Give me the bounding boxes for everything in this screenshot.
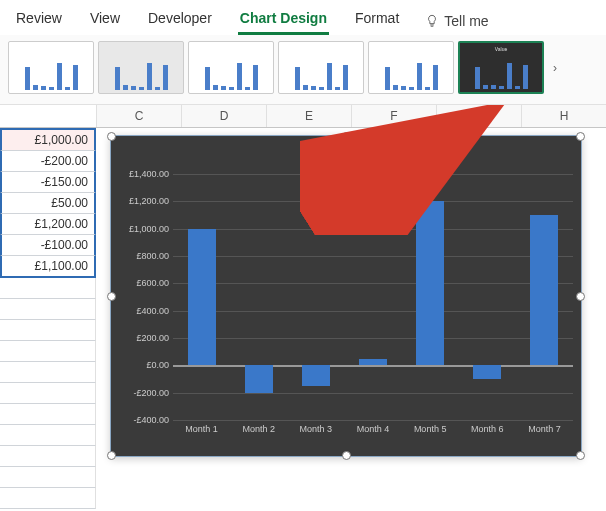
chart-bar[interactable] xyxy=(530,215,558,365)
y-axis-tick-label: £1,000.00 xyxy=(129,224,169,234)
chart-style-4[interactable] xyxy=(278,41,364,94)
cell[interactable]: -£150.00 xyxy=(0,172,96,193)
y-axis-tick-label: £200.00 xyxy=(136,333,169,343)
x-axis-tick-label: Month 4 xyxy=(357,424,390,434)
chart-plot-area: -£400.00-£200.00£0.00£200.00£400.00£600.… xyxy=(173,174,573,420)
resize-handle[interactable] xyxy=(107,451,116,460)
lightbulb-icon xyxy=(425,14,439,28)
chart-style-1[interactable] xyxy=(8,41,94,94)
cell[interactable] xyxy=(0,362,96,383)
tab-chart-design[interactable]: Chart Design xyxy=(238,6,329,35)
chart-style-3[interactable] xyxy=(188,41,274,94)
chart-style-5[interactable] xyxy=(368,41,454,94)
cell[interactable] xyxy=(0,446,96,467)
resize-handle[interactable] xyxy=(107,132,116,141)
resize-handle[interactable] xyxy=(576,132,585,141)
y-axis-tick-label: £1,400.00 xyxy=(129,169,169,179)
y-axis-tick-label: £1,200.00 xyxy=(129,196,169,206)
tab-developer[interactable]: Developer xyxy=(146,6,214,35)
resize-handle[interactable] xyxy=(576,451,585,460)
chart-style-gallery: Value › xyxy=(0,35,606,105)
cell[interactable]: £1,200.00 xyxy=(0,214,96,235)
cell[interactable] xyxy=(0,341,96,362)
chart-bar[interactable] xyxy=(188,229,216,366)
ribbon-tabs: Review View Developer Chart Design Forma… xyxy=(0,0,606,35)
resize-handle[interactable] xyxy=(342,451,351,460)
resize-handle[interactable] xyxy=(576,292,585,301)
tell-me-label: Tell me xyxy=(444,13,488,29)
y-axis-tick-label: £800.00 xyxy=(136,251,169,261)
cell[interactable] xyxy=(0,425,96,446)
resize-handle[interactable] xyxy=(342,132,351,141)
cell[interactable]: -£100.00 xyxy=(0,235,96,256)
chart-style-6[interactable]: Value xyxy=(458,41,544,94)
chart-title[interactable]: Value xyxy=(111,136,581,170)
cell[interactable] xyxy=(0,404,96,425)
cell[interactable]: £1,100.00 xyxy=(0,256,96,278)
chart-bar[interactable] xyxy=(416,201,444,365)
x-axis-tick-label: Month 7 xyxy=(528,424,561,434)
cell[interactable] xyxy=(0,383,96,404)
cell[interactable] xyxy=(0,320,96,341)
gallery-next-icon[interactable]: › xyxy=(548,61,562,75)
x-axis-tick-label: Month 6 xyxy=(471,424,504,434)
y-axis-tick-label: -£400.00 xyxy=(133,415,169,425)
tab-view[interactable]: View xyxy=(88,6,122,35)
y-axis-tick-label: £0.00 xyxy=(146,360,169,370)
column-header[interactable]: H xyxy=(522,105,606,127)
cell[interactable] xyxy=(0,278,96,299)
embedded-chart[interactable]: Value -£400.00-£200.00£0.00£200.00£400.0… xyxy=(110,135,582,457)
worksheet-area: C D E F G H £1,000.00 -£200.00 -£150.00 … xyxy=(0,105,606,511)
x-axis-tick-label: Month 3 xyxy=(300,424,333,434)
tell-me-search[interactable]: Tell me xyxy=(425,13,488,29)
column-header[interactable]: G xyxy=(437,105,522,127)
tab-format[interactable]: Format xyxy=(353,6,401,35)
chart-bar[interactable] xyxy=(245,365,273,392)
column-header[interactable]: C xyxy=(97,105,182,127)
y-axis-tick-label: £400.00 xyxy=(136,306,169,316)
y-axis-tick-label: -£200.00 xyxy=(133,388,169,398)
chart-bar[interactable] xyxy=(473,365,501,379)
cell[interactable]: -£200.00 xyxy=(0,151,96,172)
x-axis-tick-label: Month 5 xyxy=(414,424,447,434)
column-headers: C D E F G H xyxy=(0,105,606,128)
chart-bar[interactable] xyxy=(302,365,330,386)
y-axis-tick-label: £600.00 xyxy=(136,278,169,288)
column-header[interactable]: D xyxy=(182,105,267,127)
column-header[interactable]: E xyxy=(267,105,352,127)
chart-bar[interactable] xyxy=(359,359,387,366)
chart-style-2[interactable] xyxy=(98,41,184,94)
x-axis-tick-label: Month 2 xyxy=(242,424,275,434)
cell[interactable] xyxy=(0,467,96,488)
cell[interactable] xyxy=(0,299,96,320)
x-axis-tick-label: Month 1 xyxy=(185,424,218,434)
data-column: £1,000.00 -£200.00 -£150.00 £50.00 £1,20… xyxy=(0,128,96,509)
cell[interactable] xyxy=(0,488,96,509)
cell[interactable]: £1,000.00 xyxy=(0,128,96,151)
cell[interactable]: £50.00 xyxy=(0,193,96,214)
column-header[interactable]: F xyxy=(352,105,437,127)
resize-handle[interactable] xyxy=(107,292,116,301)
tab-review[interactable]: Review xyxy=(14,6,64,35)
